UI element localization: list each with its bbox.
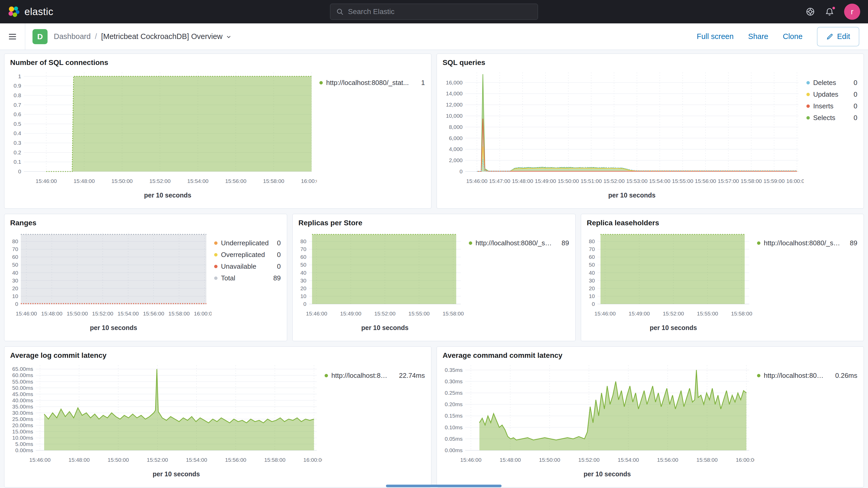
svg-text:60: 60 [301, 254, 306, 260]
svg-text:15:50:00: 15:50:00 [558, 178, 579, 184]
chart-replicas-per-store[interactable]: 15:46:0015:49:0015:52:0015:55:0015:58:00… [298, 229, 466, 337]
user-avatar-initial: r [851, 7, 854, 16]
svg-text:15:54:00: 15:54:00 [186, 457, 207, 463]
panel-title[interactable]: Replicas per Store [298, 219, 570, 227]
panel-title[interactable]: Ranges [10, 219, 282, 227]
legend-dot-icon [214, 253, 218, 256]
elastic-logo-icon [8, 6, 20, 18]
panel-title[interactable]: SQL queries [442, 58, 858, 67]
chart-sql-connections[interactable]: 15:46:0015:48:0015:50:0015:52:0015:54:00… [10, 68, 317, 205]
user-avatar[interactable]: r [844, 4, 860, 20]
chart-replica-leaseholders[interactable]: 15:46:0015:49:0015:52:0015:55:0015:58:00… [586, 229, 754, 337]
svg-text:0.8: 0.8 [13, 92, 21, 98]
share-button[interactable]: Share [748, 32, 768, 41]
legend-series-value: 0 [272, 263, 281, 271]
legend-item[interactable]: Underreplicated0 [214, 239, 281, 247]
svg-text:15:58:00: 15:58:00 [741, 178, 762, 184]
legend-item[interactable]: Inserts0 [806, 102, 857, 110]
legend-item[interactable]: Selects0 [806, 114, 857, 122]
breadcrumb-dashboard-link[interactable]: Dashboard [54, 32, 91, 41]
svg-text:15.00ms: 15.00ms [12, 428, 33, 434]
chart-log-commit-latency[interactable]: 15:46:0015:48:0015:50:0015:52:0015:54:00… [10, 361, 322, 484]
svg-text:15:54:00: 15:54:00 [118, 310, 139, 316]
svg-text:16:00:00: 16:00:00 [194, 310, 212, 316]
svg-text:0.25ms: 0.25ms [445, 390, 463, 396]
dashboard-grid: Number of SQL connections 15:46:0015:48:… [0, 50, 868, 487]
legend-dot-icon [214, 265, 218, 268]
svg-text:70: 70 [589, 246, 595, 252]
svg-text:10: 10 [589, 293, 595, 299]
chart-command-commit-latency[interactable]: 15:46:0015:48:0015:50:0015:52:0015:54:00… [442, 361, 754, 484]
global-search[interactable] [330, 4, 538, 20]
chart-ranges[interactable]: 15:46:0015:48:0015:50:0015:52:0015:54:00… [10, 229, 212, 337]
legend-dot-icon [469, 241, 472, 245]
svg-text:0.5: 0.5 [13, 121, 21, 127]
panel-title[interactable]: Replica leaseholders [587, 219, 858, 227]
svg-text:16:00:00: 16:00:00 [786, 178, 804, 184]
legend-series-name: Selects [813, 114, 835, 122]
svg-text:25.00ms: 25.00ms [12, 416, 33, 422]
svg-text:16:00:00: 16:00:00 [301, 178, 317, 184]
svg-text:0.9: 0.9 [13, 83, 21, 89]
svg-text:15:54:00: 15:54:00 [618, 457, 639, 463]
svg-text:15:56:00: 15:56:00 [143, 310, 164, 316]
elastic-logo[interactable]: elastic [8, 6, 53, 18]
space-badge[interactable]: D [32, 29, 48, 44]
breadcrumb-separator: / [95, 32, 97, 41]
svg-text:70: 70 [12, 246, 18, 252]
legend-item[interactable]: Updates0 [806, 90, 857, 98]
legend-item[interactable]: http://localhost:8080...0.26ms [757, 372, 857, 379]
svg-text:15:52:00: 15:52:00 [147, 457, 168, 463]
svg-text:65.00ms: 65.00ms [12, 366, 33, 372]
panel-title[interactable]: Number of SQL connections [10, 58, 426, 67]
legend-series-value: 1 [416, 79, 425, 87]
svg-text:0.00ms: 0.00ms [445, 447, 463, 453]
svg-text:15:54:00: 15:54:00 [187, 178, 209, 184]
svg-text:0.7: 0.7 [13, 102, 21, 108]
legend-item[interactable]: Overreplicated0 [214, 251, 281, 259]
svg-text:15:52:00: 15:52:00 [374, 310, 396, 316]
legend-item[interactable]: http://localhost:8080/_sta...89 [757, 239, 857, 247]
svg-text:15:58:00: 15:58:00 [168, 310, 190, 316]
search-input[interactable] [348, 7, 532, 16]
svg-text:15:54:00: 15:54:00 [649, 178, 671, 184]
menu-hamburger-icon[interactable] [0, 32, 25, 41]
legend-item[interactable]: Unavailable0 [214, 263, 281, 271]
full-screen-button[interactable]: Full screen [697, 32, 734, 41]
page-title[interactable]: [Metricbeat CockroachDB] Overview [101, 32, 232, 41]
legend-item[interactable]: http://localhost:8080/_stat...1 [319, 79, 425, 87]
legend-replica-leaseholders: http://localhost:8080/_sta...89 [754, 229, 858, 337]
svg-text:15:51:00: 15:51:00 [581, 178, 602, 184]
svg-text:15:46:00: 15:46:00 [466, 178, 488, 184]
svg-text:15:48:00: 15:48:00 [499, 457, 521, 463]
legend-item[interactable]: Deletes0 [806, 79, 857, 87]
legend-ranges: Underreplicated0Overreplicated0Unavailab… [212, 229, 282, 337]
legend-item[interactable]: Total89 [214, 274, 281, 282]
panel-title[interactable]: Average log commit latency [10, 351, 426, 360]
legend-series-value: 22.74ms [394, 372, 425, 379]
legend-dot-icon [319, 81, 323, 85]
chart-sql-queries[interactable]: 15:46:0015:47:0015:48:0015:49:0015:50:00… [442, 68, 804, 205]
svg-text:80: 80 [589, 238, 595, 244]
legend-dot-icon [806, 104, 810, 108]
legend-item[interactable]: http://localhost:8080/_sta...89 [469, 239, 569, 247]
svg-text:0.6: 0.6 [13, 111, 21, 117]
svg-text:20: 20 [301, 285, 306, 291]
legend-series-name: Underreplicated [221, 239, 269, 247]
help-icon[interactable] [806, 7, 815, 17]
panel-title[interactable]: Average command commit latency [442, 351, 858, 360]
notifications-bell-icon[interactable] [825, 7, 834, 17]
svg-text:4,000: 4,000 [449, 146, 463, 152]
svg-text:per 10 seconds: per 10 seconds [153, 470, 200, 478]
svg-text:15:50:00: 15:50:00 [66, 310, 88, 316]
clone-button[interactable]: Clone [783, 32, 803, 41]
legend-dot-icon [757, 374, 761, 377]
svg-text:15:59:00: 15:59:00 [764, 178, 785, 184]
legend-item[interactable]: http://localhost:808...22.74ms [324, 372, 425, 379]
svg-text:15:49:00: 15:49:00 [628, 310, 650, 316]
svg-text:15:56:00: 15:56:00 [695, 178, 716, 184]
edit-button[interactable]: Edit [817, 27, 859, 46]
horizontal-scrollbar-thumb[interactable] [386, 485, 502, 487]
svg-text:0.2: 0.2 [13, 149, 21, 155]
legend-sql-connections: http://localhost:8080/_stat...1 [317, 68, 426, 205]
